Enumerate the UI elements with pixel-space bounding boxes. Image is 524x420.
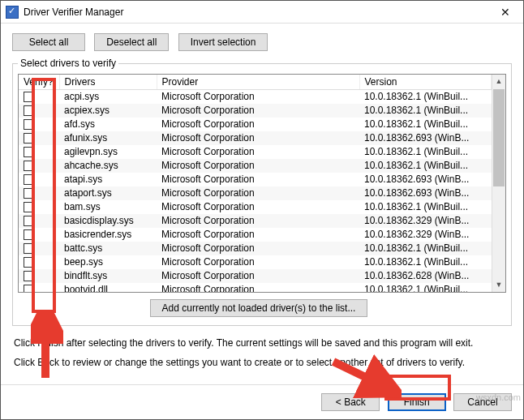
finish-button[interactable]: Finish xyxy=(388,393,446,411)
cell-driver: afunix.sys xyxy=(59,131,157,145)
cell-driver: agilevpn.sys xyxy=(59,145,157,159)
table-row[interactable]: bootvid.dllMicrosoft Corporation10.0.183… xyxy=(19,283,492,293)
invert-selection-button[interactable]: Invert selection xyxy=(178,33,268,51)
cell-driver: acpiex.sys xyxy=(59,104,157,118)
verify-checkbox[interactable] xyxy=(24,243,34,254)
cell-driver: ahcache.sys xyxy=(59,159,157,173)
cell-version: 10.0.18362.1 (WinBuil... xyxy=(359,104,492,118)
drivers-table-scroll[interactable]: Verify? Drivers Provider Version acpi.sy… xyxy=(19,75,492,292)
app-icon xyxy=(6,6,19,19)
col-drivers[interactable]: Drivers xyxy=(59,75,157,90)
window-title: Driver Verifier Manager xyxy=(24,6,487,18)
verify-checkbox[interactable] xyxy=(24,285,34,292)
cell-version: 10.0.18362.1 (WinBuil... xyxy=(359,242,492,255)
cell-provider: Microsoft Corporation xyxy=(157,131,359,145)
drivers-table-wrap: Verify? Drivers Provider Version acpi.sy… xyxy=(18,74,506,293)
verify-checkbox[interactable] xyxy=(24,216,34,226)
verify-checkbox[interactable] xyxy=(24,271,34,281)
add-drivers-button[interactable]: Add currently not loaded driver(s) to th… xyxy=(150,299,368,317)
cell-version: 10.0.18362.329 (WinB... xyxy=(359,214,492,228)
select-all-button[interactable]: Select all xyxy=(12,33,85,51)
footer: < Back Finish Cancel xyxy=(1,384,523,419)
col-verify[interactable]: Verify? xyxy=(19,75,59,90)
back-button[interactable]: < Back xyxy=(321,393,380,411)
cell-version: 10.0.18362.1 (WinBuil... xyxy=(359,145,492,159)
table-row[interactable]: basicrender.sysMicrosoft Corporation10.0… xyxy=(19,228,492,242)
col-version[interactable]: Version xyxy=(359,75,492,90)
scrollbar-track[interactable] xyxy=(492,187,505,278)
cell-version: 10.0.18362.1 (WinBuil... xyxy=(359,90,492,104)
table-row[interactable]: ahcache.sysMicrosoft Corporation10.0.183… xyxy=(19,159,492,173)
cell-driver: battc.sys xyxy=(59,242,157,255)
verify-checkbox[interactable] xyxy=(24,174,34,185)
cell-provider: Microsoft Corporation xyxy=(157,118,359,131)
verify-checkbox[interactable] xyxy=(24,202,34,212)
table-row[interactable]: beep.sysMicrosoft Corporation10.0.18362.… xyxy=(19,255,492,269)
cell-driver: bootvid.dll xyxy=(59,283,157,293)
cell-provider: Microsoft Corporation xyxy=(157,173,359,186)
table-row[interactable]: bindflt.sysMicrosoft Corporation10.0.183… xyxy=(19,269,492,283)
window-frame: Driver Verifier Manager ✕ Select all Des… xyxy=(0,0,524,420)
table-row[interactable]: afunix.sysMicrosoft Corporation10.0.1836… xyxy=(19,131,492,145)
verify-checkbox[interactable] xyxy=(24,105,34,116)
verify-checkbox[interactable] xyxy=(24,188,34,199)
content-area: Select all Deselect all Invert selection… xyxy=(1,24,523,384)
cell-version: 10.0.18362.1 (WinBuil... xyxy=(359,255,492,269)
cell-driver: ataport.sys xyxy=(59,186,157,200)
cell-provider: Microsoft Corporation xyxy=(157,283,359,293)
cell-driver: acpi.sys xyxy=(59,90,157,104)
cell-provider: Microsoft Corporation xyxy=(157,255,359,269)
cell-driver: basicdisplay.sys xyxy=(59,214,157,228)
drivers-table: Verify? Drivers Provider Version acpi.sy… xyxy=(19,75,492,292)
col-provider[interactable]: Provider xyxy=(157,75,359,90)
verify-checkbox[interactable] xyxy=(24,257,34,268)
cell-version: 10.0.18362.1 (WinBuil... xyxy=(359,118,492,131)
cell-provider: Microsoft Corporation xyxy=(157,186,359,200)
cell-version: 10.0.18362.628 (WinB... xyxy=(359,269,492,283)
scroll-down-icon[interactable]: ▼ xyxy=(492,278,505,292)
close-button[interactable]: ✕ xyxy=(487,1,523,24)
cell-provider: Microsoft Corporation xyxy=(157,228,359,242)
toolbar: Select all Deselect all Invert selection xyxy=(12,33,512,51)
watermark: wsxdn.com xyxy=(476,392,521,402)
cell-version: 10.0.18362.693 (WinB... xyxy=(359,186,492,200)
cell-provider: Microsoft Corporation xyxy=(157,200,359,214)
group-legend: Select drivers to verify xyxy=(18,58,118,69)
deselect-all-button[interactable]: Deselect all xyxy=(94,33,169,51)
verify-checkbox[interactable] xyxy=(24,119,34,130)
table-row[interactable]: agilevpn.sysMicrosoft Corporation10.0.18… xyxy=(19,145,492,159)
table-row[interactable]: afd.sysMicrosoft Corporation10.0.18362.1… xyxy=(19,118,492,131)
verify-checkbox[interactable] xyxy=(24,147,34,157)
drivers-group: Select drivers to verify Verify? Drivers… xyxy=(12,58,512,326)
cell-driver: bindflt.sys xyxy=(59,269,157,283)
titlebar: Driver Verifier Manager ✕ xyxy=(1,1,523,24)
table-row[interactable]: acpi.sysMicrosoft Corporation10.0.18362.… xyxy=(19,90,492,104)
verify-checkbox[interactable] xyxy=(24,133,34,144)
vertical-scrollbar[interactable]: ▲ ▼ xyxy=(492,75,505,292)
scrollbar-thumb[interactable] xyxy=(493,89,505,186)
cell-version: 10.0.18362.1 (WinBuil... xyxy=(359,159,492,173)
cell-version: 10.0.18362.1 (WinBuil... xyxy=(359,200,492,214)
cell-provider: Microsoft Corporation xyxy=(157,90,359,104)
cell-provider: Microsoft Corporation xyxy=(157,104,359,118)
verify-checkbox[interactable] xyxy=(24,161,34,171)
table-row[interactable]: battc.sysMicrosoft Corporation10.0.18362… xyxy=(19,242,492,255)
scroll-up-icon[interactable]: ▲ xyxy=(492,75,505,88)
cell-version: 10.0.18362.329 (WinB... xyxy=(359,228,492,242)
cell-provider: Microsoft Corporation xyxy=(157,269,359,283)
cell-version: 10.0.18362.693 (WinB... xyxy=(359,173,492,186)
table-row[interactable]: bam.sysMicrosoft Corporation10.0.18362.1… xyxy=(19,200,492,214)
table-row[interactable]: basicdisplay.sysMicrosoft Corporation10.… xyxy=(19,214,492,228)
cell-version: 10.0.18362.693 (WinB... xyxy=(359,131,492,145)
table-row[interactable]: acpiex.sysMicrosoft Corporation10.0.1836… xyxy=(19,104,492,118)
cell-driver: afd.sys xyxy=(59,118,157,131)
table-row[interactable]: atapi.sysMicrosoft Corporation10.0.18362… xyxy=(19,173,492,186)
cell-version: 10.0.18362.1 (WinBuil... xyxy=(359,283,492,293)
cell-provider: Microsoft Corporation xyxy=(157,159,359,173)
cell-driver: atapi.sys xyxy=(59,173,157,186)
verify-checkbox[interactable] xyxy=(24,92,34,102)
table-row[interactable]: ataport.sysMicrosoft Corporation10.0.183… xyxy=(19,186,492,200)
verify-checkbox[interactable] xyxy=(24,229,34,240)
cell-driver: basicrender.sys xyxy=(59,228,157,242)
cell-provider: Microsoft Corporation xyxy=(157,242,359,255)
